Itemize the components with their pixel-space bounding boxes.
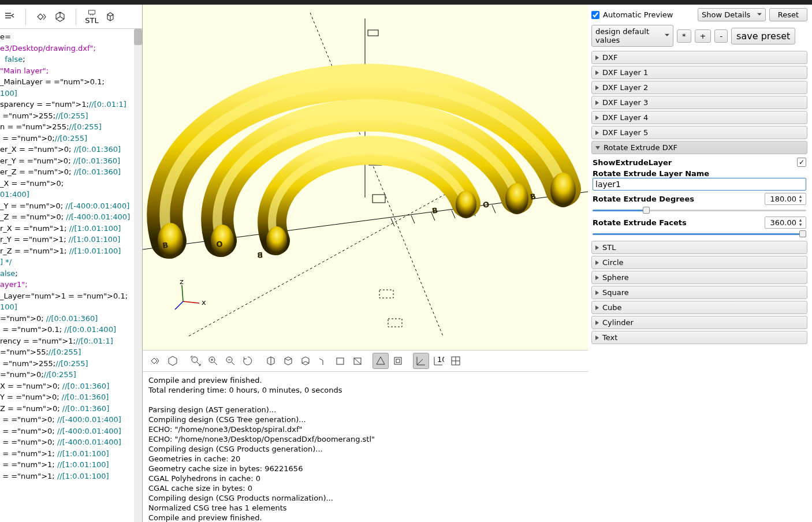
render-icon[interactable] [165,353,181,369]
svg-line-29 [182,285,183,301]
export-box-icon[interactable] [104,9,117,24]
zoom-fit-icon[interactable] [188,353,204,369]
accordion-dxf-layer-5[interactable]: DXF Layer 5 [591,126,807,139]
orthographic-icon[interactable] [390,353,406,369]
perspective-icon[interactable] [373,353,389,369]
indent-icon[interactable] [3,9,16,24]
preset-star-button[interactable]: * [677,29,691,43]
svg-text:O: O [216,240,224,249]
svg-text:x: x [202,298,206,307]
svg-line-11 [411,215,415,223]
view-top-icon[interactable] [280,353,296,369]
svg-point-20 [505,183,528,214]
svg-rect-7 [373,195,385,203]
accordion-circle[interactable]: Circle [591,256,807,269]
accordion-cylinder[interactable]: Cylinder [591,316,807,329]
svg-point-21 [550,173,576,207]
automatic-preview-label: Automatic Preview [603,10,673,19]
svg-rect-46 [396,359,400,363]
view-front-icon[interactable] [332,353,348,369]
accordion-dxf-layer-3[interactable]: DXF Layer 3 [591,96,807,109]
scale-axes-icon[interactable]: 10 [430,353,446,369]
console-output[interactable]: Compile and preview finished. Total rend… [143,372,588,522]
rotate-extrude-degrees-input[interactable]: 180.00▲▼ [765,193,806,205]
preview-icon[interactable] [35,9,48,24]
svg-line-44 [354,358,361,364]
accordion-cube[interactable]: Cube [591,301,807,314]
viewport-toolbar: 10 [143,350,588,372]
automatic-preview-checkbox[interactable] [591,11,599,19]
preset-add-button[interactable]: + [695,29,712,43]
svg-line-10 [391,218,394,226]
accordion-text[interactable]: Text [591,331,807,344]
svg-rect-9 [388,319,402,327]
svg-rect-45 [394,357,401,364]
svg-text:B: B [530,192,537,202]
zoom-in-icon[interactable] [205,353,221,369]
svg-point-18 [266,226,287,255]
show-details-select[interactable]: Show Details [698,8,766,21]
svg-line-30 [175,301,183,310]
accordion-dxf[interactable]: DXF [591,51,807,64]
crosshair-icon[interactable] [448,353,464,369]
svg-point-17 [211,225,234,257]
rotate-extrude-layer-name-input[interactable] [593,178,806,191]
rotate-extrude-facets-slider[interactable] [593,231,806,237]
svg-rect-8 [379,290,393,298]
accordion-rotate-extrude-dxf[interactable]: Rotate Extrude DXF [591,141,807,154]
svg-text:O: O [482,200,490,210]
svg-point-19 [456,191,476,218]
zoom-out-icon[interactable] [222,353,239,369]
view-back-icon[interactable] [349,353,366,369]
svg-line-49 [417,359,423,365]
svg-point-33 [192,357,198,363]
svg-line-15 [492,205,496,213]
svg-line-34 [197,362,200,365]
svg-line-40 [232,362,234,365]
axes-icon[interactable] [413,353,429,369]
accordion-stl[interactable]: STL [591,241,807,254]
customizer-panel: Automatic Preview Show Details Reset des… [588,5,812,522]
accordion-dxf-layer-1[interactable]: DXF Layer 1 [591,66,807,79]
rotate-extrude-degrees-slider[interactable] [593,207,806,213]
svg-text:z: z [180,277,184,286]
render-icon[interactable] [54,9,66,24]
view-right-icon[interactable] [263,353,279,369]
svg-rect-42 [337,358,344,364]
rotate-extrude-degrees-label: Rotate Extrude Degrees [593,195,694,203]
code-editor[interactable]: e=e3/Desktop/drawing.dxf"; false;"Main l… [0,29,142,522]
svg-text:B: B [256,251,263,260]
svg-text:B: B [431,206,438,215]
view-left-icon[interactable] [315,353,331,369]
3d-viewport[interactable]: B O B B O B x z [143,5,588,350]
save-preset-button[interactable]: save preset [731,28,795,44]
reset-view-icon[interactable] [240,353,256,369]
view-bottom-icon[interactable] [297,353,314,369]
export-stl-icon[interactable]: STL [85,9,98,24]
rotate-extrude-facets-label: Rotate Extrude Facets [593,218,687,227]
svg-point-16 [158,223,183,259]
accordion-sphere[interactable]: Sphere [591,271,807,284]
svg-line-28 [183,301,199,303]
preset-remove-button[interactable]: - [714,29,728,43]
svg-line-36 [214,362,217,365]
svg-rect-4 [368,30,378,36]
svg-text:10: 10 [437,355,444,364]
preset-select[interactable]: design default values [591,25,673,47]
show-extrude-layer-label: ShowExtrudeLayer [593,158,672,167]
accordion-dxf-layer-2[interactable]: DXF Layer 2 [591,81,807,94]
show-extrude-layer-checkbox[interactable]: ✓ [797,158,806,167]
accordion-dxf-layer-4[interactable]: DXF Layer 4 [591,111,807,124]
rotate-extrude-layer-name-label: Rotate Extrude Layer Name [593,169,806,178]
accordion-square[interactable]: Square [591,286,807,299]
reset-button[interactable]: Reset [769,8,807,21]
preview-icon[interactable] [147,353,163,369]
editor-toolbar: STL [0,5,142,29]
svg-text:B: B [162,241,169,250]
rotate-extrude-facets-input[interactable]: 360.00▲▼ [765,217,806,229]
rotate-extrude-panel: ShowExtrudeLayer ✓ Rotate Extrude Layer … [591,155,807,239]
